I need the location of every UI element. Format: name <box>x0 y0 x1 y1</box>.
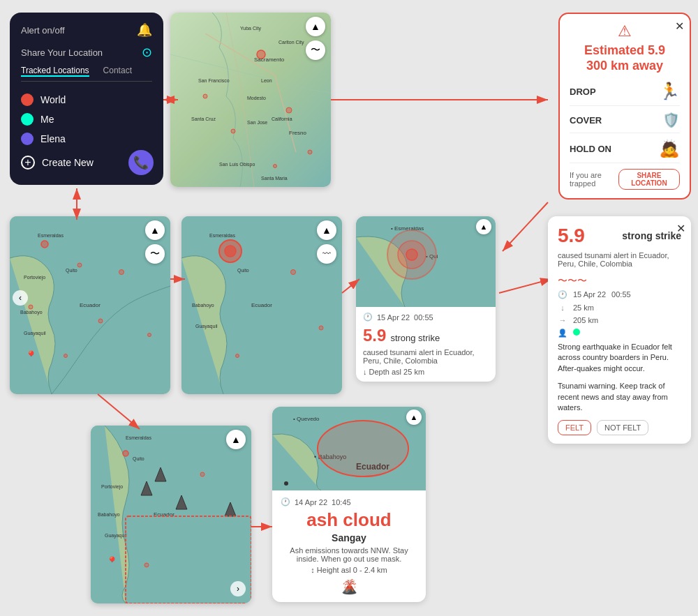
svg-text:📍: 📍 <box>25 350 38 362</box>
distance-icon-detail: → <box>558 316 567 324</box>
trapped-text: If you are trapped <box>570 171 618 188</box>
sidebar-tabs: Tracked Locations Contact <box>21 66 152 82</box>
svg-point-43 <box>236 354 239 358</box>
svg-point-61 <box>123 451 128 456</box>
compass-icon-3: ▲ <box>317 220 336 240</box>
map-panel-3[interactable]: Esmeraldas Quito Babahoyo Guayaquil Ecua… <box>181 216 342 394</box>
svg-text:Santa Maria: Santa Maria <box>261 176 288 181</box>
svg-point-28 <box>29 305 33 309</box>
bell-icon[interactable]: 🔔 <box>137 22 152 38</box>
location-me-label: Me <box>40 114 54 125</box>
map-panel-1[interactable]: Yuba City Carlton City Sacramento San Fr… <box>170 13 331 187</box>
svg-text:Babahoyo: Babahoyo <box>20 310 43 315</box>
map-panel-2[interactable]: Esmeraldas Quito Portoviejo Babahoyo Gua… <box>10 216 170 394</box>
eq-map-thumbnail: • Esmeraldas • Qui ▲ <box>356 216 496 307</box>
svg-text:• Quevedo: • Quevedo <box>293 416 320 422</box>
volcano-height-row: ↕ Height asl 0 - 2.4 km <box>281 566 417 574</box>
eq-date: 15 Apr 22 <box>377 313 410 322</box>
alert-footer: If you are trapped SHARE LOCATION <box>570 169 680 190</box>
eq-cause: caused tsunami alert in Ecuador, Peru, C… <box>363 348 489 365</box>
compass-icon-2: ▲ <box>145 220 165 240</box>
share-location-row[interactable]: Share Your Location ⊙ <box>21 45 152 60</box>
eq-detail-date-row: 🕐 15 Apr 22 00:55 <box>558 290 681 299</box>
wave-icon-2[interactable]: 〜 <box>145 244 165 264</box>
svg-text:Modesto: Modesto <box>247 96 266 100</box>
eq-detail-news: Strong earthquake in Ecuador felt across… <box>558 342 681 374</box>
svg-text:Portoviejo: Portoviejo <box>101 484 123 490</box>
eq-detail-description: caused tsunami alert in Ecuador, Peru, C… <box>558 251 681 268</box>
svg-text:California: California <box>272 117 292 121</box>
share-location-button[interactable]: SHARE LOCATION <box>618 169 680 190</box>
svg-point-71 <box>284 481 288 486</box>
location-elena-label: Elena <box>40 133 66 144</box>
location-world-label: World <box>40 94 66 105</box>
eq-depth-row: ↓ Depth asl 25 km <box>363 368 489 376</box>
dot-world <box>21 93 34 106</box>
tab-contact[interactable]: Contact <box>103 66 132 77</box>
hold-on-icon: 🙇 <box>659 139 680 158</box>
eq-detail-depth-row: ↓ 25 km <box>558 303 681 312</box>
tab-tracked-locations[interactable]: Tracked Locations <box>21 66 89 77</box>
eq-detail-close[interactable]: ✕ <box>676 222 685 235</box>
nav-right-4[interactable]: › <box>230 581 246 596</box>
svg-point-62 <box>200 472 205 476</box>
svg-point-31 <box>64 354 68 358</box>
wave-icon-1[interactable]: 〜 <box>306 40 325 60</box>
online-indicator <box>573 329 580 336</box>
svg-point-3 <box>231 129 235 133</box>
svg-text:Babahoyo: Babahoyo <box>192 303 214 308</box>
svg-point-2 <box>203 94 207 98</box>
svg-text:Fresno: Fresno <box>289 130 306 136</box>
svg-text:Portoviejo: Portoviejo <box>24 275 45 280</box>
eq-detail-date: 15 Apr 22 <box>573 290 606 299</box>
eq-magnitude-card: 5.9 <box>363 326 386 345</box>
volcano-type: ash cloud <box>281 509 417 531</box>
volcano-map: • Quevedo • Babahoyo Ecuador ▲ <box>272 407 426 490</box>
depth-icon-detail: ↓ <box>558 303 567 312</box>
person-icon-detail: 👤 <box>558 329 567 338</box>
create-new-icon: + <box>21 156 35 170</box>
location-share-icon: ⊙ <box>142 45 152 60</box>
volcano-clock-icon: 🕐 <box>281 497 290 506</box>
svg-text:Ecuador: Ecuador <box>251 302 272 308</box>
dot-me <box>21 113 34 126</box>
clock-icon-detail: 🕐 <box>558 290 567 299</box>
sidebar-header: Alert on/off 🔔 <box>21 22 152 38</box>
compass-icon-4: ▲ <box>226 430 246 449</box>
svg-text:Esmeraldas: Esmeraldas <box>126 435 151 440</box>
svg-point-70 <box>318 421 408 476</box>
felt-button[interactable]: FELT <box>558 420 591 435</box>
location-item-elena[interactable]: Elena <box>21 129 152 149</box>
alert-label: Alert on/off <box>21 25 65 36</box>
volcano-icon-row: 🌋 <box>281 578 417 595</box>
svg-text:Carlton City: Carlton City <box>279 40 304 45</box>
eq-card-info: 🕐 15 Apr 22 00:55 5.9 strong strike caus… <box>356 307 496 382</box>
eq-map-card: • Esmeraldas • Qui ▲ 🕐 15 Apr 22 00:55 5… <box>356 216 496 382</box>
svg-point-41 <box>291 270 296 275</box>
eq-detail-panel: ✕ 5.9 strong strike caused tsunami alert… <box>548 216 691 444</box>
svg-text:Ecuador: Ecuador <box>80 302 101 308</box>
compass-icon-volcano: ▲ <box>406 410 422 425</box>
eq-detail-strike: strong strike <box>622 230 681 241</box>
not-felt-button[interactable]: NOT FELT <box>597 420 648 435</box>
volcano-emoji: 🌋 <box>341 578 358 595</box>
location-item-world[interactable]: World <box>21 90 152 110</box>
svg-text:Santa Cruz: Santa Cruz <box>191 117 216 121</box>
phone-icon[interactable]: 📞 <box>128 150 154 175</box>
seismic-icon-3[interactable]: 〰 <box>317 244 336 264</box>
eq-detail-distance-row: → 205 km <box>558 316 681 324</box>
volcano-time-row: 🕐 14 Apr 22 10:45 <box>281 497 417 506</box>
eq-detail-tsunami: Tsunami warning. Keep track of recent ne… <box>558 381 681 413</box>
alert-title: Estimated 5.9 300 km away <box>570 43 680 73</box>
close-button[interactable]: ✕ <box>675 20 684 33</box>
volcano-name: Sangay <box>281 532 417 543</box>
eq-time-row: 🕐 15 Apr 22 00:55 <box>363 313 489 322</box>
eq-detail-distance: 205 km <box>573 316 598 324</box>
nav-left-2[interactable]: ‹ <box>13 290 28 306</box>
location-item-me[interactable]: Me <box>21 110 152 129</box>
eq-detail-magnitude: 5.9 <box>558 225 585 247</box>
svg-point-4 <box>308 150 312 154</box>
volcano-description: Ash emissions towards NNW. Stay inside. … <box>281 546 417 563</box>
svg-point-5 <box>274 165 277 168</box>
map-panel-4[interactable]: Esmeraldas Quito Portoviejo Babahoyo Gua… <box>91 426 251 603</box>
